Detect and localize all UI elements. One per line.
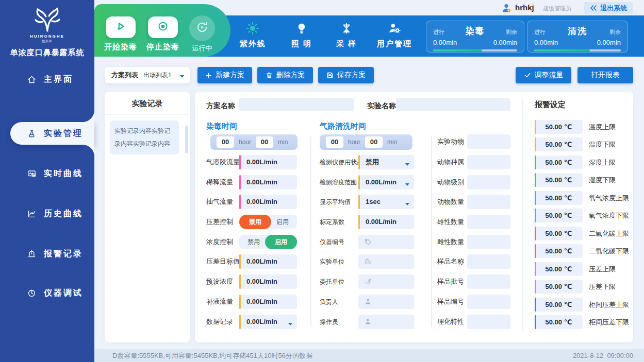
poison-status-card: 进行 染毒 剩余 0.00min 0.00min: [426, 21, 524, 53]
scheme-name-input[interactable]: [239, 98, 354, 111]
sidebar: HUIRONGHE 慧荣和 单浓度口鼻暴露系统 主界面 实验管理: [0, 0, 94, 362]
logo-icon: [32, 6, 62, 33]
instrument-debug-icon: [27, 288, 37, 298]
brand-name: HUIRONGHE: [0, 34, 94, 39]
toolbar-item-uv[interactable]: 紫外线: [231, 21, 274, 53]
flask-icon: [27, 129, 37, 139]
running-status-button[interactable]: [189, 15, 215, 41]
toolbar-item-user-management[interactable]: 用户管理: [373, 21, 416, 53]
co2-upper-limit-input[interactable]: 50.00 ℃: [535, 227, 583, 240]
experiment-animal-input[interactable]: [467, 134, 510, 149]
temp-lower-limit-input[interactable]: 50.00 ℃: [535, 137, 583, 151]
sidebar-item-instrument-debug[interactable]: 仪器调试: [0, 282, 94, 304]
sidebar-item-realtime-curve[interactable]: 实时曲线: [0, 162, 94, 185]
humidity-upper-limit-input[interactable]: 50.00 ℃: [535, 156, 583, 169]
toolbar-item-sampling[interactable]: 采 样: [325, 21, 368, 53]
uv-sun-icon: [231, 21, 274, 36]
history-curve-icon: [27, 209, 37, 219]
app-title: 单浓度口鼻暴露系统: [0, 48, 94, 58]
running-refresh-icon: [195, 21, 209, 36]
sampling-valve-icon: [325, 21, 368, 36]
divider: [105, 114, 190, 115]
chevron-down-icon: [180, 75, 184, 80]
run-control-block: 开始染毒 停止染毒 运行中: [94, 4, 230, 57]
adjust-flow-button[interactable]: 调整流量: [516, 67, 571, 83]
stop-exposure-button[interactable]: [148, 16, 178, 38]
temp-upper-limit-input[interactable]: 50.00 ℃: [535, 120, 583, 134]
alarm-settings-title: 报警设定: [535, 100, 566, 110]
sidebar-item-experiment-management[interactable]: 实验管理: [10, 122, 94, 145]
scheme-selected-value: 出场列表1: [143, 71, 172, 80]
plus-icon: [205, 72, 212, 79]
animal-species-input[interactable]: [467, 155, 510, 169]
status-card-title: 清洗: [568, 25, 587, 37]
oxygen-lower-limit-input[interactable]: 50.00 ℃: [535, 209, 583, 222]
app-root: HUIRONGHE 慧荣和 单浓度口鼻暴露系统 主界面 实验管理: [0, 0, 644, 362]
sample-batch-input[interactable]: [467, 274, 510, 289]
clean-time-section-title: 气路清洗时间: [320, 122, 366, 131]
oxygen-upper-limit-input[interactable]: 50.00 ℃: [535, 191, 583, 205]
scrollbar-thumb[interactable]: [185, 126, 188, 153]
experiment-name-label: 实验名称: [367, 101, 396, 111]
play-icon: [115, 21, 126, 34]
remaining-value: 0.00min: [493, 39, 517, 46]
start-exposure-button[interactable]: [106, 16, 136, 38]
save-floppy-icon: [326, 72, 334, 79]
male-count-input[interactable]: [467, 215, 510, 229]
brand-logo: HUIRONGHE 慧荣和 单浓度口鼻暴露系统: [0, 6, 94, 58]
clean-status-card: 进行 清洗 剩余 0.00min 0.00min: [527, 21, 628, 53]
toolbar-item-lighting[interactable]: 照 明: [280, 21, 323, 53]
remaining-value: 0.00min: [597, 39, 621, 46]
experiment-name-input[interactable]: [396, 98, 510, 111]
save-scheme-button[interactable]: 保存方案: [318, 67, 374, 83]
sample-name-input[interactable]: [467, 254, 510, 269]
elapsed-value: 0.00min: [433, 39, 457, 46]
open-report-button[interactable]: 打开报表: [577, 67, 633, 83]
progress-bar: [534, 49, 621, 51]
exit-arrows-icon: [590, 5, 598, 11]
stop-icon: [157, 21, 169, 34]
cabinet-pressure-diff-lower-limit-input[interactable]: 50.00 ℃: [535, 315, 583, 329]
elapsed-value: 0.00min: [534, 39, 558, 46]
realtime-curve-icon: [27, 169, 37, 179]
cabinet-pressure-diff-upper-limit-input[interactable]: 50.00 ℃: [535, 298, 583, 312]
sidebar-item-home[interactable]: 主界面: [0, 68, 94, 91]
status-card-title: 染毒: [466, 25, 485, 37]
running-status-label: 运行中: [183, 44, 221, 53]
user-gear-icon: [373, 21, 416, 36]
physicochemical-input[interactable]: [467, 315, 510, 329]
scheme-name-label: 方案名称: [206, 101, 235, 111]
home-icon: [27, 75, 37, 84]
brand-subtitle: 慧荣和: [0, 39, 94, 44]
co2-lower-limit-input[interactable]: 50.00 ℃: [535, 244, 583, 258]
sample-number-input[interactable]: [467, 295, 510, 309]
stop-exposure-label: 停止染毒: [143, 42, 183, 52]
disk-capacity-text: D盘容量:5555KB,可用容量:5455KB,约可存储451天10时56分的数…: [112, 349, 312, 362]
datetime-text: 2021-8-12 09:00:00: [573, 349, 633, 362]
progress-bar: [433, 49, 517, 51]
record-list-item[interactable]: 实验记录内容实验记录内容实验记录内容: [110, 120, 179, 154]
experiment-record-panel: 实验记录 实验记录内容实验记录内容实验记录内容: [105, 92, 190, 342]
poison-time-section-title: 染毒时间: [206, 122, 237, 131]
user-role: 超级管理员: [543, 5, 571, 12]
pressure-diff-lower-limit-input[interactable]: 50.00 ℃: [535, 280, 583, 294]
status-bar: D盘容量:5555KB,可用容量:5455KB,约可存储451天10时56分的数…: [94, 349, 644, 362]
light-bulb-icon: [280, 21, 323, 36]
alarm-siren-icon: [27, 249, 37, 259]
female-count-input[interactable]: [467, 235, 510, 249]
delete-scheme-button[interactable]: 删除方案: [257, 67, 313, 83]
animal-grade-input[interactable]: [467, 175, 510, 189]
pressure-diff-upper-limit-input[interactable]: 50.00 ℃: [535, 262, 583, 276]
sidebar-item-history-curve[interactable]: 历史曲线: [0, 202, 94, 225]
logout-button[interactable]: 退出系统: [584, 2, 633, 14]
user-avatar: [501, 3, 512, 15]
record-panel-title: 实验记录: [105, 92, 190, 109]
user-name: hrhkj: [515, 3, 534, 12]
experiment-form-panel: 方案名称 实验名称 染毒时间 气路清洗时间 00 hour 00 min 00 …: [195, 92, 633, 342]
sidebar-item-alarm-records[interactable]: 报警记录: [0, 243, 94, 265]
humidity-lower-limit-input[interactable]: 50.00 ℃: [535, 173, 583, 187]
animal-count-input[interactable]: [467, 195, 510, 209]
scheme-list-select[interactable]: 方案列表 出场列表1: [105, 67, 190, 83]
start-exposure-label: 开始染毒: [101, 42, 140, 52]
new-scheme-button[interactable]: 新建方案: [197, 67, 252, 83]
